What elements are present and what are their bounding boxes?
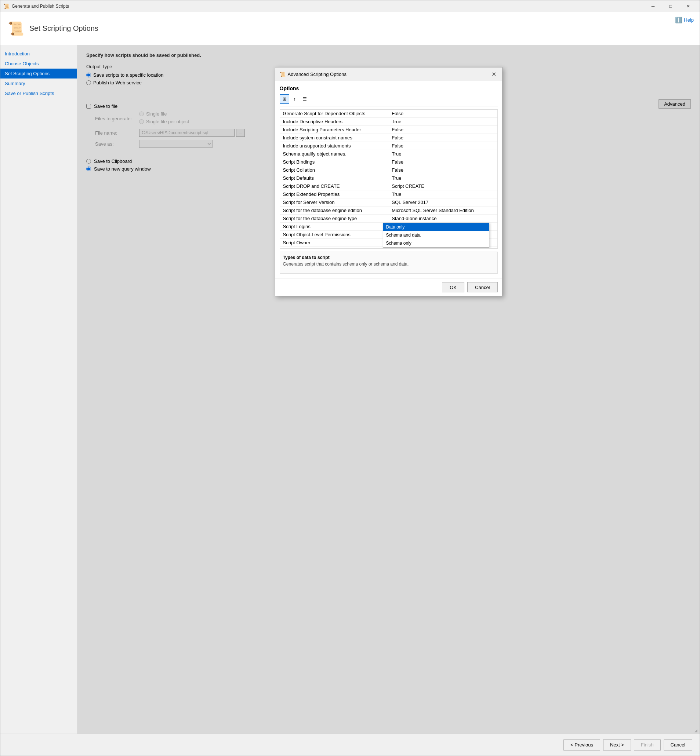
option-label: Script Logins [280, 223, 389, 231]
option-label: Script Defaults [280, 174, 389, 182]
option-value: True [389, 174, 497, 182]
dialog-ok-button[interactable]: OK [442, 282, 464, 292]
table-row[interactable]: Include system constraint namesFalse [280, 134, 497, 142]
footer: < Previous Next > Finish Cancel [0, 734, 700, 756]
wizard-title: Set Scripting Options [30, 24, 98, 33]
description-area: Types of data to script Generates script… [280, 252, 498, 274]
dialog-icon: 📜 [280, 72, 286, 77]
dropdown-item-schema-data[interactable]: Schema and data [383, 231, 489, 239]
options-toolbar: ⊞ ↕ ☰ [280, 94, 498, 106]
wizard-header: 📜 Set Scripting Options ℹ️ Help [0, 12, 700, 45]
finish-button[interactable]: Finish [634, 739, 661, 750]
advanced-dialog: 📜 Advanced Scripting Options ✕ Options ⊞… [275, 67, 503, 296]
option-label: Script Statistics [280, 247, 389, 249]
dialog-title-bar: 📜 Advanced Scripting Options ✕ [275, 67, 502, 81]
wizard-layout: Introduction Choose Objects Set Scriptin… [0, 45, 700, 734]
table-row[interactable]: Script for the database engine typeStand… [280, 215, 497, 223]
option-value: True [389, 190, 497, 198]
table-row[interactable]: Script Extended PropertiesTrue [280, 190, 497, 198]
help-icon: ℹ️ [675, 17, 682, 23]
toolbar-grid-view[interactable]: ⊞ [280, 94, 289, 104]
option-value: Script CREATE [389, 182, 497, 190]
option-value: SQL Server 2017 [389, 198, 497, 207]
app-window: 📜 Generate and Publish Scripts ─ □ ✕ 📜 S… [0, 0, 700, 756]
option-label: Script Collation [280, 166, 389, 174]
wizard-icon: 📜 [8, 21, 24, 36]
option-label: Include Descriptive Headers [280, 118, 389, 126]
option-label: Script Object-Level Permissions [280, 231, 389, 239]
sidebar-item-choose-objects[interactable]: Choose Objects [0, 59, 77, 69]
resize-handle[interactable]: ◢ [694, 728, 699, 733]
minimize-button[interactable]: ─ [645, 2, 661, 11]
toolbar-list-view[interactable]: ☰ [300, 94, 310, 104]
dialog-close-button[interactable]: ✕ [491, 70, 498, 78]
table-row[interactable]: Include Descriptive HeadersTrue [280, 118, 497, 126]
dropdown-item-data-only[interactable]: Data only [383, 223, 489, 231]
option-label: Include Scripting Parameters Header [280, 126, 389, 134]
dialog-overlay: 📜 Advanced Scripting Options ✕ Options ⊞… [77, 45, 700, 734]
option-value: False [389, 134, 497, 142]
dialog-cancel-button[interactable]: Cancel [467, 282, 497, 292]
dialog-footer: OK Cancel [275, 278, 502, 296]
title-bar-controls: ─ □ ✕ [645, 2, 697, 11]
dialog-body: Options ⊞ ↕ ☰ Genera [275, 81, 502, 278]
option-label: Generate Script for Dependent Objects [280, 110, 389, 118]
maximize-button[interactable]: □ [662, 2, 679, 11]
table-row[interactable]: Script DefaultsTrue [280, 174, 497, 182]
table-row[interactable]: Include unsupported statementsFalse [280, 142, 497, 150]
cancel-button[interactable]: Cancel [664, 739, 692, 750]
wizard-content: Specify how scripts should be saved or p… [77, 45, 700, 734]
title-bar-text: Generate and Publish Scripts [12, 4, 697, 9]
table-row[interactable]: Script BindingsFalse [280, 158, 497, 166]
title-bar: 📜 Generate and Publish Scripts ─ □ ✕ [0, 0, 700, 12]
table-row[interactable]: Include Scripting Parameters HeaderFalse [280, 126, 497, 134]
option-value: False [389, 126, 497, 134]
sidebar: Introduction Choose Objects Set Scriptin… [0, 45, 77, 734]
option-value: False [389, 158, 497, 166]
table-row[interactable]: Generate Script for Dependent ObjectsFal… [280, 110, 497, 118]
sidebar-item-introduction[interactable]: Introduction [0, 49, 77, 59]
sidebar-item-summary[interactable]: Summary [0, 78, 77, 89]
toolbar-sort-az[interactable]: ↕ [290, 94, 300, 104]
table-row[interactable]: Schema qualify object names.True [280, 150, 497, 158]
option-value: Stand-alone instance [389, 215, 497, 223]
option-label: Include unsupported statements [280, 142, 389, 150]
sidebar-item-set-scripting-options[interactable]: Set Scripting Options [0, 69, 77, 78]
close-button[interactable]: ✕ [680, 2, 697, 11]
previous-button[interactable]: < Previous [564, 739, 600, 750]
dialog-options-title: Options [280, 86, 498, 91]
option-value: Microsoft SQL Server Standard Edition [389, 207, 497, 215]
description-text: Generates script that contains schema on… [283, 262, 494, 267]
options-scroll-area: Generate Script for Dependent ObjectsFal… [280, 109, 498, 249]
option-label: Include system constraint names [280, 134, 389, 142]
option-label: Script for the database engine type [280, 215, 389, 223]
option-value: False [389, 166, 497, 174]
option-label: Script DROP and CREATE [280, 182, 389, 190]
next-button[interactable]: Next > [603, 739, 631, 750]
table-row[interactable]: Script DROP and CREATEScript CREATE [280, 182, 497, 190]
table-row[interactable]: Script CollationFalse [280, 166, 497, 174]
help-button[interactable]: ℹ️ Help [675, 17, 694, 23]
option-label: Schema qualify object names. [280, 150, 389, 158]
table-row[interactable]: Script for Server VersionSQL Server 2017 [280, 198, 497, 207]
option-label: Script for the database engine edition [280, 207, 389, 215]
table-row[interactable]: Script for the database engine editionMi… [280, 207, 497, 215]
description-title: Types of data to script [283, 255, 494, 260]
option-value: False [389, 110, 497, 118]
option-label: Script Extended Properties [280, 190, 389, 198]
option-value: True [389, 118, 497, 126]
dropdown-popup: Data only Schema and data Schema only [383, 223, 489, 248]
dialog-title-text: 📜 Advanced Scripting Options [280, 72, 347, 77]
option-label: Script Owner [280, 239, 389, 247]
sidebar-item-save-publish[interactable]: Save or Publish Scripts [0, 89, 77, 98]
option-value: True [389, 150, 497, 158]
title-bar-icon: 📜 [3, 3, 9, 9]
option-value: False [389, 142, 497, 150]
option-label: Script Bindings [280, 158, 389, 166]
dropdown-item-schema-only[interactable]: Schema only [383, 239, 489, 247]
option-label: Script for Server Version [280, 198, 389, 207]
